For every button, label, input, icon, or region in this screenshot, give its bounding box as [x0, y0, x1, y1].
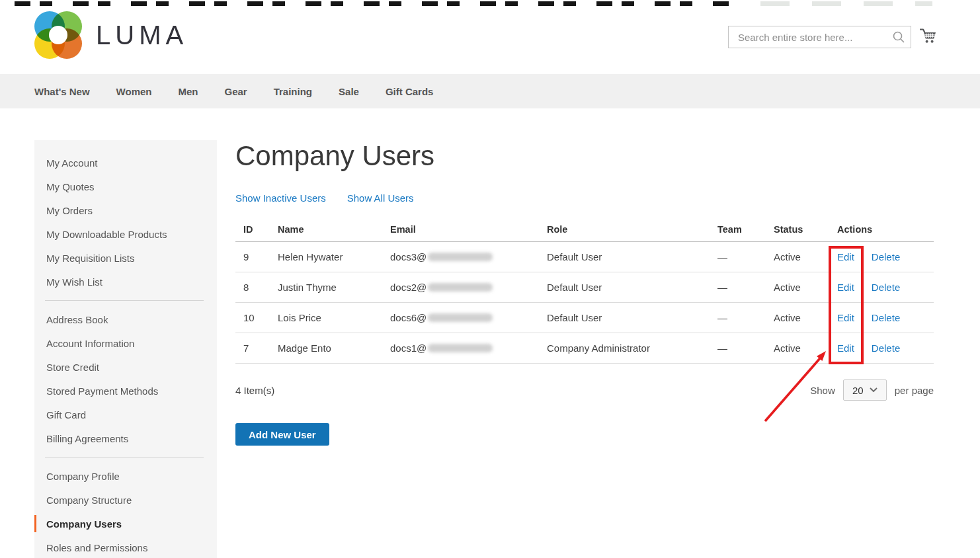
- user-email-cell: docs3@: [390, 251, 547, 262]
- page-size-value: 20: [852, 385, 864, 396]
- edit-link[interactable]: Edit: [837, 251, 854, 262]
- email-prefix: docs6@: [390, 312, 427, 323]
- page-header: LUMA: [0, 6, 980, 74]
- user-status-cell: Active: [774, 282, 837, 293]
- sidebar-item-my-quotes[interactable]: My Quotes: [34, 175, 217, 198]
- search-icon[interactable]: [892, 30, 905, 44]
- nav-item-training[interactable]: Training: [274, 86, 312, 97]
- user-role-cell: Company Administrator: [547, 342, 717, 354]
- user-id-cell: 7: [235, 342, 278, 354]
- per-page-label: per page: [895, 385, 934, 396]
- add-new-user-button[interactable]: Add New User: [235, 423, 329, 446]
- user-status-cell: Active: [774, 312, 837, 323]
- items-count: 4 Item(s): [235, 385, 274, 396]
- account-sidebar: My Account My Quotes My Orders My Downlo…: [34, 140, 217, 558]
- sidebar-item-stored-payment-methods[interactable]: Stored Payment Methods: [34, 379, 217, 403]
- user-email-cell: docs1@: [390, 342, 547, 354]
- user-role-cell: Default User: [547, 251, 717, 262]
- email-redacted-blur: [428, 253, 493, 261]
- user-role-cell: Default User: [547, 312, 717, 323]
- sidebar-item-my-wish-list[interactable]: My Wish List: [34, 270, 217, 294]
- user-id-cell: 10: [235, 312, 278, 323]
- column-header-team: Team: [717, 224, 774, 235]
- clipped-text-fragments-light: [760, 1, 932, 6]
- nav-item-men[interactable]: Men: [178, 86, 198, 97]
- user-team-cell: —: [717, 282, 774, 293]
- nav-item-whats-new[interactable]: What's New: [34, 86, 90, 97]
- sidebar-item-billing-agreements[interactable]: Billing Agreements: [34, 426, 217, 450]
- user-actions-cell: Edit Delete: [837, 312, 934, 323]
- column-header-name: Name: [278, 224, 390, 235]
- sidebar-item-my-downloadable-products[interactable]: My Downloadable Products: [34, 222, 217, 246]
- sidebar-divider: [45, 300, 204, 301]
- sidebar-item-address-book[interactable]: Address Book: [34, 307, 217, 331]
- column-header-id: ID: [235, 224, 278, 235]
- page-size-select[interactable]: 20: [843, 379, 887, 401]
- main-content: Company Users Show Inactive Users Show A…: [235, 140, 934, 446]
- user-name-cell: Justin Thyme: [278, 282, 390, 293]
- column-header-role: Role: [547, 224, 717, 235]
- email-redacted-blur: [428, 313, 493, 322]
- table-header-row: ID Name Email Role Team Status Actions: [235, 218, 934, 242]
- nav-item-gear[interactable]: Gear: [224, 86, 247, 97]
- luma-logo-icon: [34, 11, 82, 59]
- sidebar-item-my-orders[interactable]: My Orders: [34, 198, 217, 222]
- search-input[interactable]: [728, 26, 911, 48]
- user-status-cell: Active: [774, 342, 837, 354]
- show-label: Show: [810, 385, 835, 396]
- user-id-cell: 9: [235, 251, 278, 262]
- user-email-cell: docs6@: [390, 312, 547, 323]
- email-prefix: docs1@: [390, 342, 427, 354]
- logo-center-hole: [49, 26, 67, 44]
- table-row: 8 Justin Thyme docs2@ Default User — Act…: [235, 272, 934, 303]
- edit-link[interactable]: Edit: [837, 282, 854, 293]
- nav-item-gift-cards[interactable]: Gift Cards: [386, 86, 434, 97]
- store-logo[interactable]: LUMA: [34, 11, 188, 59]
- user-email-cell: docs2@: [390, 282, 547, 293]
- user-team-cell: —: [717, 312, 774, 323]
- sidebar-item-company-structure[interactable]: Company Structure: [34, 488, 217, 512]
- user-id-cell: 8: [235, 282, 278, 293]
- delete-link[interactable]: Delete: [872, 282, 900, 293]
- delete-link[interactable]: Delete: [872, 342, 900, 354]
- table-footer: 4 Item(s) Show 20 per page: [235, 379, 934, 401]
- user-actions-cell: Edit Delete: [837, 251, 934, 262]
- column-header-status: Status: [774, 224, 837, 235]
- user-actions-cell: Edit Delete: [837, 342, 934, 354]
- user-team-cell: —: [717, 342, 774, 354]
- sidebar-item-my-account[interactable]: My Account: [34, 151, 217, 175]
- sidebar-item-my-requisition-lists[interactable]: My Requisition Lists: [34, 246, 217, 270]
- delete-link[interactable]: Delete: [872, 312, 900, 323]
- brand-wordmark: LUMA: [96, 20, 188, 50]
- user-status-cell: Active: [774, 251, 837, 262]
- sidebar-item-store-credit[interactable]: Store Credit: [34, 355, 217, 379]
- user-role-cell: Default User: [547, 282, 717, 293]
- sidebar-item-company-profile[interactable]: Company Profile: [34, 464, 217, 488]
- email-redacted-blur: [428, 283, 493, 292]
- user-actions-cell: Edit Delete: [837, 282, 934, 293]
- show-all-users-link[interactable]: Show All Users: [347, 192, 414, 204]
- show-inactive-users-link[interactable]: Show Inactive Users: [235, 192, 326, 204]
- pagination-controls: Show 20 per page: [810, 379, 934, 401]
- nav-item-sale[interactable]: Sale: [339, 86, 359, 97]
- delete-link[interactable]: Delete: [872, 251, 900, 262]
- sidebar-item-roles-and-permissions[interactable]: Roles and Permissions: [34, 536, 217, 558]
- search-box: [728, 26, 911, 48]
- sidebar-item-gift-card[interactable]: Gift Card: [34, 403, 217, 426]
- column-header-actions: Actions: [837, 224, 934, 235]
- sidebar-item-company-users[interactable]: Company Users: [34, 512, 217, 536]
- clipped-text-fragments-dark: [15, 1, 729, 6]
- edit-link[interactable]: Edit: [837, 312, 854, 323]
- company-users-table: ID Name Email Role Team Status Actions 9…: [235, 218, 934, 364]
- email-redacted-blur: [428, 344, 493, 352]
- column-header-email: Email: [390, 224, 547, 235]
- table-row: 7 Madge Ento docs1@ Company Administrato…: [235, 333, 934, 364]
- sidebar-item-account-information[interactable]: Account Information: [34, 331, 217, 355]
- cart-icon[interactable]: [918, 25, 938, 45]
- edit-link[interactable]: Edit: [837, 342, 854, 354]
- table-row: 9 Helen Hywater docs3@ Default User — Ac…: [235, 242, 934, 272]
- nav-item-women[interactable]: Women: [116, 86, 152, 97]
- clipped-browser-text-strip: [0, 0, 980, 6]
- user-team-cell: —: [717, 251, 774, 262]
- chevron-down-icon: [870, 387, 878, 393]
